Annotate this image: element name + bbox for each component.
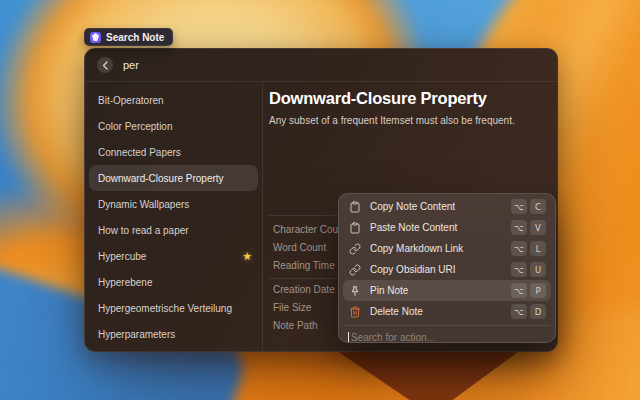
sidebar-item-hyperebene[interactable]: Hyperebene [89, 269, 258, 295]
modifier-keycap: ⌥ [511, 262, 527, 277]
sidebar-item-connected-papers[interactable]: Connected Papers [89, 139, 258, 165]
sidebar-item-color-perception[interactable]: Color Perception [89, 113, 258, 139]
menu-item-label: Copy Markdown Link [370, 243, 463, 254]
back-button[interactable] [97, 57, 113, 73]
tooltip-label: Search Note [106, 32, 164, 43]
letter-keycap: D [530, 304, 546, 319]
menu-item-copy-obsidian-uri[interactable]: Copy Obsidian URI ⌥ U [343, 259, 551, 280]
text-caret [348, 332, 349, 343]
sidebar-item-hyperparameters[interactable]: Hyperparameters [89, 321, 258, 347]
menu-item-label: Pin Note [370, 285, 408, 296]
letter-keycap: V [530, 220, 546, 235]
sidebar-item-hypergeometrische-verteilung[interactable]: Hypergeometrische Verteilung [89, 295, 258, 321]
link-icon [348, 242, 362, 256]
search-bar: per [85, 49, 557, 82]
menu-divider [344, 325, 550, 326]
menu-item-label: Paste Note Content [370, 222, 457, 233]
sidebar-item-bit-operatoren[interactable]: Bit-Operatoren [89, 87, 258, 113]
menu-item-paste-note-content[interactable]: Paste Note Content ⌥ V [343, 217, 551, 238]
modifier-keycap: ⌥ [511, 241, 527, 256]
menu-item-label: Copy Obsidian URI [370, 264, 456, 275]
link-icon [348, 263, 362, 277]
action-menu: Copy Note Content ⌥ C Paste Note Content… [338, 193, 556, 343]
sidebar-item-downward-closure-property[interactable]: Downward-Closure Property [89, 165, 258, 191]
menu-item-label: Delete Note [370, 306, 423, 317]
search-note-tooltip: Search Note [84, 28, 173, 46]
sidebar-item-how-to-read-a-paper[interactable]: How to read a paper [89, 217, 258, 243]
menu-item-label: Copy Note Content [370, 201, 455, 212]
action-search-field[interactable]: Search for action... [343, 329, 551, 343]
sidebar-item-dynamic-wallpapers[interactable]: Dynamic Wallpapers [89, 191, 258, 217]
clipboard-paste-icon [348, 221, 362, 235]
menu-item-delete-note[interactable]: Delete Note ⌥ D [343, 301, 551, 322]
pin-icon [348, 284, 362, 298]
search-input[interactable]: per [123, 59, 139, 71]
note-list: Bit-Operatoren Color Perception Connecte… [85, 82, 263, 351]
letter-keycap: L [530, 241, 546, 256]
letter-keycap: C [530, 199, 546, 214]
modifier-keycap: ⌥ [511, 283, 527, 298]
note-title: Downward-Closure Property [269, 89, 549, 108]
note-subtitle: Any subset of a frequent Itemset must al… [269, 115, 549, 126]
letter-keycap: P [530, 283, 546, 298]
trash-icon [348, 305, 362, 319]
action-search-placeholder: Search for action... [351, 332, 435, 343]
menu-item-copy-markdown-link[interactable]: Copy Markdown Link ⌥ L [343, 238, 551, 259]
modifier-keycap: ⌥ [511, 199, 527, 214]
chevron-left-icon [102, 61, 109, 70]
star-icon: ★ [242, 250, 252, 263]
modifier-keycap: ⌥ [511, 220, 527, 235]
menu-item-copy-note-content[interactable]: Copy Note Content ⌥ C [343, 196, 551, 217]
menu-item-pin-note[interactable]: Pin Note ⌥ P [343, 280, 551, 301]
desktop: Search Note per Bit-Operatoren Color Per… [0, 0, 640, 400]
sidebar-item-hypercube[interactable]: Hypercube★ [89, 243, 258, 269]
modifier-keycap: ⌥ [511, 304, 527, 319]
letter-keycap: U [530, 262, 546, 277]
clipboard-icon [348, 200, 362, 214]
obsidian-icon [90, 32, 101, 43]
